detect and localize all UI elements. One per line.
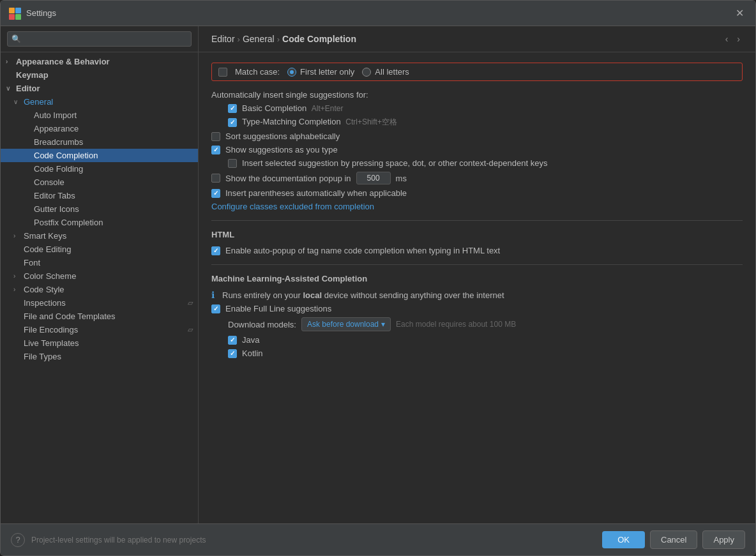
sidebar-item-label: Font xyxy=(24,258,193,267)
basic-completion-label: Basic Completion Alt+Enter xyxy=(242,103,343,113)
svg-rect-3 xyxy=(15,14,21,20)
forward-button[interactable]: › xyxy=(734,33,743,45)
download-dropdown[interactable]: Ask before download ▾ xyxy=(301,317,391,331)
sidebar-item-code-folding[interactable]: Code Folding xyxy=(1,162,198,176)
insert-selected-checkbox[interactable] xyxy=(228,159,237,168)
sidebar-item-code-editing[interactable]: Code Editing xyxy=(1,243,198,256)
arrow-icon: ∨ xyxy=(6,85,16,92)
sort-alpha-row: Sort suggestions alphabetically xyxy=(211,131,743,141)
popup-ms-input[interactable] xyxy=(356,172,391,184)
java-checkbox[interactable] xyxy=(228,336,237,345)
sidebar-item-label: File and Code Templates xyxy=(24,312,193,321)
insert-parens-row: Insert parentheses automatically when ap… xyxy=(211,188,743,198)
sort-alpha-label: Sort suggestions alphabetically xyxy=(225,131,340,141)
close-button[interactable]: ✕ xyxy=(732,6,748,20)
show-suggestions-checkbox[interactable] xyxy=(211,146,220,154)
footer-status-text: Project-level settings will be applied t… xyxy=(31,536,602,545)
sidebar-item-label: Breadcrumbs xyxy=(34,137,193,147)
apply-button[interactable]: Apply xyxy=(702,530,745,549)
sidebar-item-label: Keymap xyxy=(16,70,193,80)
sidebar-item-label: Appearance xyxy=(34,124,193,133)
sidebar-item-breadcrumbs[interactable]: Breadcrumbs xyxy=(1,135,198,149)
match-case-label: Match case: xyxy=(235,67,280,77)
show-doc-popup-row: Show the documentation popup in ms xyxy=(211,172,743,184)
chevron-down-icon: ▾ xyxy=(381,320,385,329)
html-autopop-checkbox[interactable] xyxy=(211,246,220,255)
sidebar: 🔍 › Appearance & Behavior Keymap ∨ Edito… xyxy=(1,26,199,523)
auto-insert-row: Automatically insert single suggestions … xyxy=(211,90,743,100)
sidebar-item-auto-import[interactable]: Auto Import xyxy=(1,109,198,122)
sidebar-item-label: Color Scheme xyxy=(24,271,193,281)
dialog-title: Settings xyxy=(26,8,732,18)
popup-ms-unit: ms xyxy=(396,174,407,183)
sidebar-item-label: Gutter Icons xyxy=(34,204,193,214)
sidebar-item-appearance[interactable]: Appearance xyxy=(1,122,198,135)
search-input[interactable] xyxy=(7,31,192,47)
basic-completion-row: Basic Completion Alt+Enter xyxy=(228,103,743,113)
kotlin-checkbox[interactable] xyxy=(228,349,237,358)
sort-alpha-checkbox[interactable] xyxy=(211,132,220,141)
cancel-button[interactable]: Cancel xyxy=(650,530,697,549)
sidebar-item-postfix-completion[interactable]: Postfix Completion xyxy=(1,216,198,229)
sidebar-item-keymap[interactable]: Keymap xyxy=(1,68,198,82)
ok-button[interactable]: OK xyxy=(602,531,645,548)
svg-rect-1 xyxy=(15,8,21,13)
sidebar-item-appearance-behavior[interactable]: › Appearance & Behavior xyxy=(1,55,198,68)
main-content: Editor › General › Code Completion ‹ › M… xyxy=(199,26,755,523)
type-matching-checkbox[interactable] xyxy=(228,118,237,127)
radio-first-letter-label: First letter only xyxy=(300,67,354,77)
show-doc-popup-checkbox[interactable] xyxy=(211,174,220,183)
basic-completion-checkbox[interactable] xyxy=(228,104,237,113)
sidebar-item-file-encodings[interactable]: File Encodings ▱ xyxy=(1,323,198,336)
sidebar-item-color-scheme[interactable]: › Color Scheme xyxy=(1,269,198,283)
enable-fullline-checkbox[interactable] xyxy=(211,304,220,313)
show-suggestions-label: Show suggestions as you type xyxy=(225,145,338,154)
sidebar-item-label: Smart Keys xyxy=(24,231,193,241)
breadcrumb-nav: ‹ › xyxy=(723,33,743,45)
sidebar-item-general[interactable]: ∨ General xyxy=(1,95,198,109)
sidebar-item-code-completion[interactable]: Code Completion xyxy=(1,149,198,162)
radio-all-letters[interactable] xyxy=(362,68,371,77)
sidebar-item-label: Editor Tabs xyxy=(34,191,193,200)
kotlin-label: Kotlin xyxy=(242,349,263,358)
breadcrumb-sep-1: › xyxy=(238,34,240,44)
app-icon xyxy=(8,7,21,20)
sidebar-item-editor-tabs[interactable]: Editor Tabs xyxy=(1,189,198,202)
insert-selected-row: Insert selected suggestion by pressing s… xyxy=(228,158,743,168)
download-models-label: Download models: xyxy=(228,320,296,329)
sidebar-item-file-code-templates[interactable]: File and Code Templates xyxy=(1,310,198,323)
sidebar-item-label: General xyxy=(24,97,193,107)
sidebar-item-file-types[interactable]: File Types xyxy=(1,350,198,363)
search-box: 🔍 xyxy=(1,26,198,52)
sidebar-item-label: File Encodings xyxy=(24,325,188,334)
html-section-title: HTML xyxy=(211,230,743,239)
insert-parens-label: Insert parentheses automatically when ap… xyxy=(225,188,407,198)
help-button[interactable]: ? xyxy=(11,533,25,547)
sidebar-item-console[interactable]: Console xyxy=(1,176,198,189)
download-models-row: Download models: Ask before download ▾ E… xyxy=(228,317,743,331)
sidebar-item-smart-keys[interactable]: › Smart Keys xyxy=(1,229,198,243)
sidebar-item-font[interactable]: Font xyxy=(1,256,198,269)
enable-fullline-label: Enable Full Line suggestions xyxy=(225,304,331,313)
sidebar-item-live-templates[interactable]: Live Templates xyxy=(1,336,198,350)
title-bar: Settings ✕ xyxy=(1,1,755,26)
divider-1 xyxy=(211,220,743,221)
breadcrumb-bar: Editor › General › Code Completion ‹ › xyxy=(199,26,755,52)
sidebar-item-label: Editor xyxy=(16,84,193,93)
sidebar-item-inspections[interactable]: Inspections ▱ xyxy=(1,296,198,310)
sidebar-item-editor[interactable]: ∨ Editor xyxy=(1,82,198,95)
back-button[interactable]: ‹ xyxy=(723,33,731,45)
configure-classes-link[interactable]: Configure classes excluded from completi… xyxy=(211,202,743,211)
radio-first-letter[interactable] xyxy=(287,68,296,77)
show-doc-popup-label: Show the documentation popup in xyxy=(225,174,351,183)
arrow-icon: ∨ xyxy=(13,98,24,105)
divider-2 xyxy=(211,264,743,265)
sidebar-item-label: File Types xyxy=(24,352,193,361)
sidebar-item-gutter-icons[interactable]: Gutter Icons xyxy=(1,202,198,216)
kotlin-row: Kotlin xyxy=(228,349,743,358)
ml-section-title: Machine Learning-Assisted Completion xyxy=(211,274,743,283)
insert-parens-checkbox[interactable] xyxy=(211,189,220,198)
sidebar-item-code-style[interactable]: › Code Style xyxy=(1,283,198,296)
ml-info-text: Runs entirely on your local device witho… xyxy=(222,290,504,300)
match-case-checkbox[interactable] xyxy=(218,68,227,77)
